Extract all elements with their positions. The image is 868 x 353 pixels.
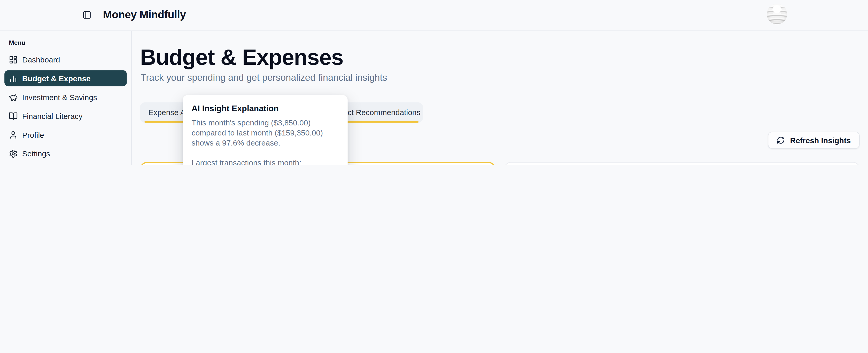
tooltip-body: This month's spending ($3,850.00) compar…: [191, 118, 339, 165]
refresh-icon: [777, 136, 785, 144]
sidebar-item-dashboard[interactable]: Dashboard: [4, 51, 127, 67]
sidebar-item-settings[interactable]: Settings: [4, 145, 127, 162]
sidebar-item-investment-savings[interactable]: Investment & Savings: [4, 89, 127, 105]
tab-recommendations[interactable]: ct Recommendations: [348, 102, 421, 122]
bar-chart-icon: [9, 74, 18, 82]
piggy-bank-icon: [9, 93, 18, 101]
app-title: Money Mindfully: [103, 8, 186, 22]
refresh-insights-label: Refresh Insights: [790, 136, 851, 144]
book-open-icon: [9, 111, 18, 120]
app-header: Money Mindfully: [0, 0, 868, 31]
sidebar-item-profile[interactable]: Profile: [4, 127, 127, 143]
tab-expense-analysis[interactable]: Expense A: [148, 102, 185, 122]
card-category-breakdown: Category Breakdown Your highest spending…: [504, 162, 860, 165]
sidebar-nav: Dashboard Budget & Expense Investment & …: [0, 51, 131, 161]
sidebar-item-financial-literacy[interactable]: Financial Literacy: [4, 108, 127, 124]
refresh-insights-button[interactable]: Refresh Insights: [768, 132, 860, 149]
tooltip-title: AI Insight Explanation: [191, 103, 339, 113]
sidebar-item-label: Settings: [22, 149, 50, 158]
page-title: Budget & Expenses: [140, 44, 343, 70]
user-icon: [9, 130, 18, 139]
sidebar-item-label: Profile: [22, 130, 44, 139]
dashboard-grid-icon: [9, 55, 18, 64]
sidebar-item-label: Dashboard: [22, 55, 60, 64]
sidebar-menu-label: Menu: [9, 39, 122, 46]
sidebar: Menu Dashboard Budget & Expense Investme…: [0, 31, 132, 165]
sidebar-item-budget-expense[interactable]: Budget & Expense: [4, 70, 127, 86]
app-root: Money Mindfully Menu Dashboard Budget & …: [0, 0, 868, 165]
sidebar-item-label: Financial Literacy: [22, 111, 83, 120]
sidebar-toggle-button[interactable]: [83, 9, 95, 21]
gear-icon: [9, 149, 18, 158]
panel-left-icon: [83, 10, 95, 20]
avatar[interactable]: [767, 4, 787, 24]
ai-insight-tooltip: AI Insight Explanation This month's spen…: [183, 95, 348, 165]
sidebar-item-label: Budget & Expense: [22, 74, 91, 82]
page-subtitle: Track your spending and get personalized…: [141, 72, 387, 83]
sidebar-item-label: Investment & Savings: [22, 93, 97, 101]
